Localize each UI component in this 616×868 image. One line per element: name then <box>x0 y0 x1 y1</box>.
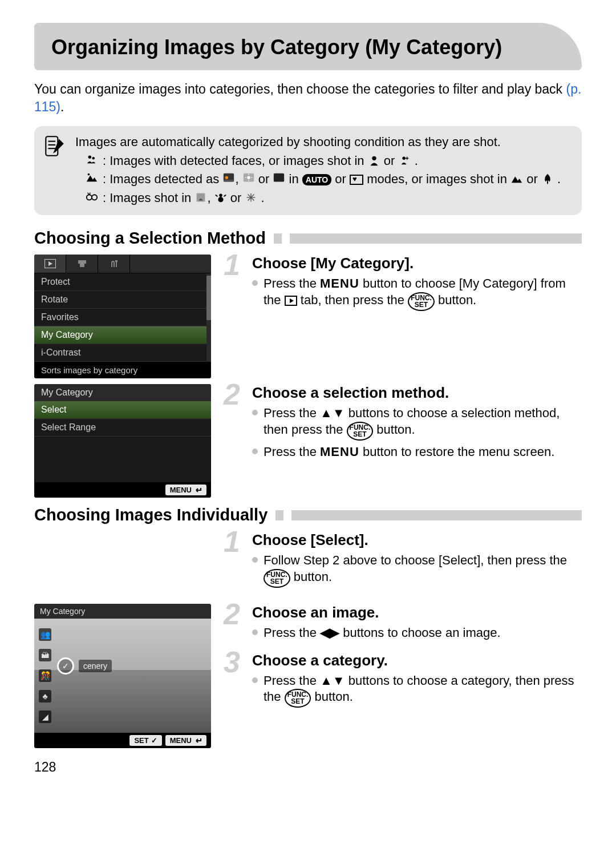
menu-item-my-category: My Category <box>34 326 211 344</box>
playback-tab-icon <box>34 255 66 273</box>
func-set-button-icon: FUNC.SET <box>264 569 290 588</box>
svg-point-8 <box>88 173 90 176</box>
category-icon-column: 👥 🏔 🎊 ♣ ◢ <box>37 624 54 727</box>
section2-steps23-row: My Category 👥 🏔 🎊 ♣ ◢ ✓ cenery SET ✓ MEN… <box>34 604 582 748</box>
intro-period: . <box>60 99 64 114</box>
night-portrait-icon <box>399 154 411 168</box>
bullet-text: Follow Step 2 above to choose [Select], … <box>264 552 582 588</box>
func-set-button-icon: FUNC.SET <box>408 292 435 311</box>
section-title: Choosing a Selection Method <box>34 229 266 248</box>
note-item-text: : Images shot in , or . <box>103 190 570 207</box>
step-number: 1 <box>224 248 240 282</box>
scenery-category-icon: 🏔 <box>39 649 51 661</box>
camera-tabs <box>34 255 211 273</box>
svg-rect-0 <box>46 136 58 156</box>
step-1-row: Protect Rotate Favorites My Category i-C… <box>34 255 582 378</box>
scenery-category-icon <box>75 171 98 188</box>
svg-rect-18 <box>274 173 284 182</box>
kids-pets-icon <box>194 191 207 205</box>
step-number: 1 <box>224 524 240 559</box>
note-box: Images are automatically categorized by … <box>34 126 582 215</box>
section-heading-individual: Choosing Images Individually <box>34 506 582 524</box>
step-block: 3 Choose a category. Press the ▲▼ button… <box>227 652 582 708</box>
svg-rect-11 <box>224 180 234 181</box>
bullet-icon <box>252 629 258 635</box>
people-category-icon <box>75 153 98 169</box>
heading-rule <box>290 233 582 244</box>
heading-rule <box>275 510 283 520</box>
sunset-icon <box>222 172 235 186</box>
events-category-icon: 🎊 <box>39 669 51 682</box>
step-number: 3 <box>224 645 240 679</box>
step-bullet: Press the ▲▼ buttons to choose a categor… <box>252 673 582 708</box>
step-block: 1 Choose [My Category]. Press the MENU b… <box>227 255 582 311</box>
menu-item-favorites: Favorites <box>34 309 211 326</box>
up-down-buttons-icon: ▲▼ <box>320 673 345 689</box>
bullet-icon <box>252 410 258 415</box>
auto-mode-icon: AUTO <box>302 174 331 185</box>
settings-tab-icon <box>98 255 130 273</box>
camera-menu-list: Protect Rotate Favorites My Category i-C… <box>34 273 211 362</box>
bullet-text: Press the MENU button to restore the men… <box>264 444 554 461</box>
svg-point-24 <box>218 197 223 202</box>
step-1-content: 1 Choose [My Category]. Press the MENU b… <box>227 255 582 378</box>
svg-point-10 <box>225 176 229 180</box>
step-block: 1 Choose [Select]. Follow Step 2 above t… <box>227 531 582 588</box>
func-set-button-icon: FUNC.SET <box>347 422 374 441</box>
note-item-text: : Images detected as , or in AUTO or mod… <box>103 171 570 188</box>
step-title: Choose a selection method. <box>252 384 582 402</box>
note-item-text: : Images with detected faces, or images … <box>103 153 570 169</box>
camera-submenu-screenshot: My Category Select Select Range MENU <box>34 384 211 498</box>
submenu-item-select: Select <box>34 401 211 419</box>
note-item-scenery: : Images detected as , or in AUTO or mod… <box>75 171 570 188</box>
svg-line-26 <box>224 195 226 196</box>
submenu-footer: MENU <box>34 482 211 498</box>
svg-rect-37 <box>78 260 86 264</box>
camera-image-screenshot: My Category 👥 🏔 🎊 ♣ ◢ ✓ cenery SET ✓ MEN… <box>34 604 211 748</box>
step-title: Choose [My Category]. <box>252 255 582 272</box>
step-title: Choose an image. <box>252 604 582 621</box>
bullet-text: Press the ◀▶ buttons to choose an image. <box>264 625 501 641</box>
intro-paragraph: You can organize images into categories,… <box>34 80 582 116</box>
svg-line-34 <box>248 197 252 201</box>
step-bullet: Follow Step 2 above to choose [Select], … <box>252 552 582 588</box>
foliage-mode-icon <box>541 172 554 186</box>
menu-status-text: Sorts images by category <box>34 362 211 378</box>
bullet-icon <box>252 449 258 454</box>
note-item-events: : Images shot in , or . <box>75 190 570 207</box>
left-right-buttons-icon: ◀▶ <box>320 625 339 641</box>
menu-item-rotate: Rotate <box>34 291 211 309</box>
moon-icon <box>273 172 285 186</box>
bullet-text: Press the MENU button to choose [My Cate… <box>264 276 582 311</box>
func-set-button-icon: FUNC.SET <box>285 689 311 708</box>
step-block: 2 Choose an image. Press the ◀▶ buttons … <box>227 604 582 641</box>
menu-item-protect: Protect <box>34 273 211 291</box>
step-2-content: 2 Choose a selection method. Press the ▲… <box>227 384 582 498</box>
menu-button-label: MENU <box>320 445 359 459</box>
intro-text: You can organize images into categories,… <box>34 82 566 96</box>
svg-line-33 <box>251 194 254 197</box>
page-title: Organizing Images by Category (My Catego… <box>51 34 559 60</box>
svg-line-32 <box>251 197 254 201</box>
step-bullet: Press the MENU button to restore the men… <box>252 444 582 461</box>
bright-icon <box>242 172 255 186</box>
svg-point-21 <box>92 195 97 200</box>
page-number: 128 <box>34 760 582 775</box>
bullet-icon <box>252 557 258 563</box>
note-lead: Images are automatically categorized by … <box>75 134 570 151</box>
step-title: Choose a category. <box>252 652 582 669</box>
section-title: Choosing Images Individually <box>34 506 268 524</box>
step-title: Choose [Select]. <box>252 531 582 549</box>
playback-tab-icon <box>285 296 297 306</box>
bullet-icon <box>252 280 258 286</box>
up-down-buttons-icon: ▲▼ <box>320 405 345 422</box>
bullet-text: Press the ▲▼ buttons to choose a selecti… <box>264 405 582 441</box>
landscape-mode-icon <box>510 172 523 186</box>
section2-step1-row: 1 Choose [Select]. Follow Step 2 above t… <box>34 531 582 598</box>
menu-button-label: MENU <box>320 276 359 290</box>
step-bullet: Press the ▲▼ buttons to choose a selecti… <box>252 405 582 441</box>
menu-scrollbar <box>206 273 211 362</box>
step-block: 2 Choose a selection method. Press the ▲… <box>227 384 582 460</box>
easy-mode-icon <box>350 175 363 185</box>
step-2-row: My Category Select Select Range MENU 2 C… <box>34 384 582 498</box>
